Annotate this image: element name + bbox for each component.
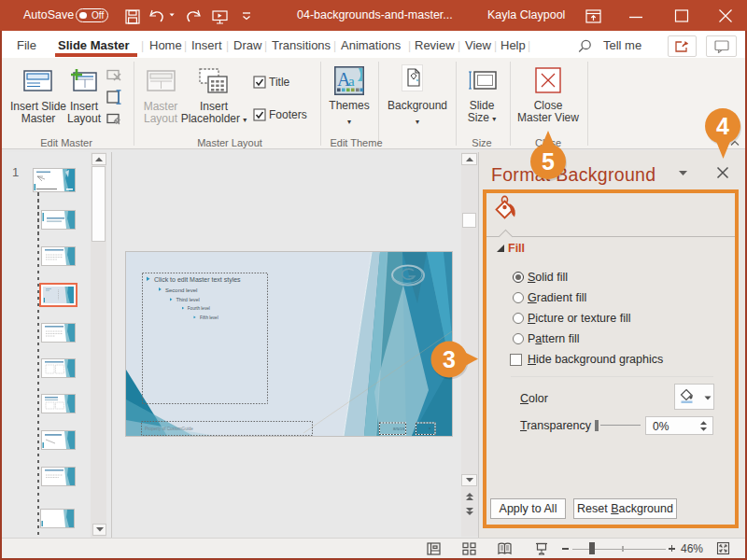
svg-text:Property of CustomGuide: Property of CustomGuide	[145, 427, 193, 431]
svg-text:Fourth level: Fourth level	[188, 306, 210, 311]
svg-text:Second level: Second level	[165, 287, 197, 293]
svg-text:5: 5	[542, 148, 555, 175]
svg-text:a: a	[348, 74, 355, 89]
svg-text:Third level: Third level	[176, 297, 199, 302]
svg-text:4: 4	[716, 113, 729, 139]
svg-text:8/5/19: 8/5/19	[393, 427, 405, 431]
svg-text:3: 3	[443, 346, 456, 372]
svg-text:Click to edit Master text styl: Click to edit Master text styles	[154, 276, 241, 284]
svg-text:Fifth level: Fifth level	[200, 315, 218, 320]
